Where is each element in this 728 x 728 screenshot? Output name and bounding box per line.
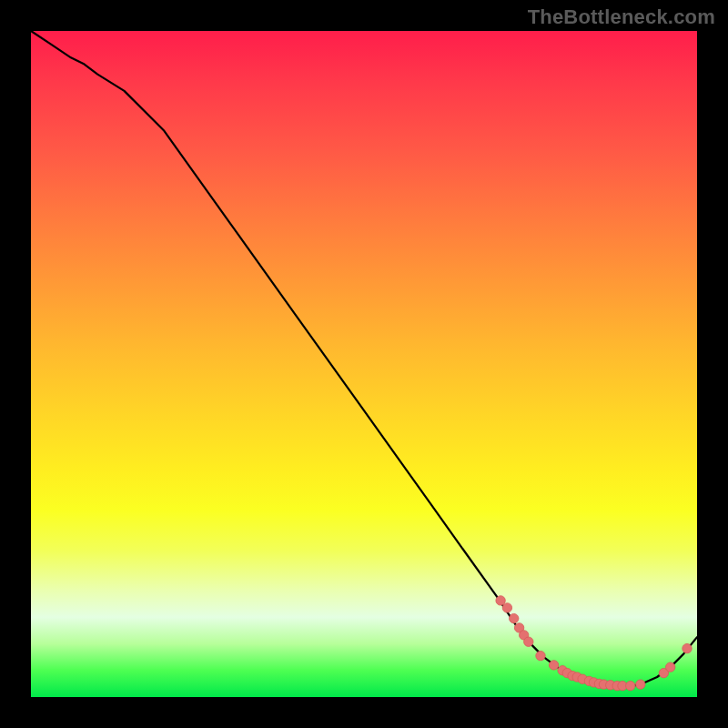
watermark-text: TheBottleneck.com <box>528 5 715 29</box>
data-marker <box>549 661 558 670</box>
line-layer <box>31 31 697 697</box>
data-marker <box>682 643 692 652</box>
data-marker <box>502 603 511 612</box>
data-marker <box>510 613 519 622</box>
data-marker <box>496 596 505 605</box>
bottleneck-curve <box>31 31 697 686</box>
data-marker <box>666 662 675 672</box>
plot-area <box>31 31 697 697</box>
chart-container: TheBottleneck.com <box>0 0 728 728</box>
data-marker <box>626 681 635 690</box>
data-markers <box>496 596 692 691</box>
data-marker <box>636 680 645 689</box>
data-marker <box>536 651 545 660</box>
data-marker <box>524 637 533 646</box>
